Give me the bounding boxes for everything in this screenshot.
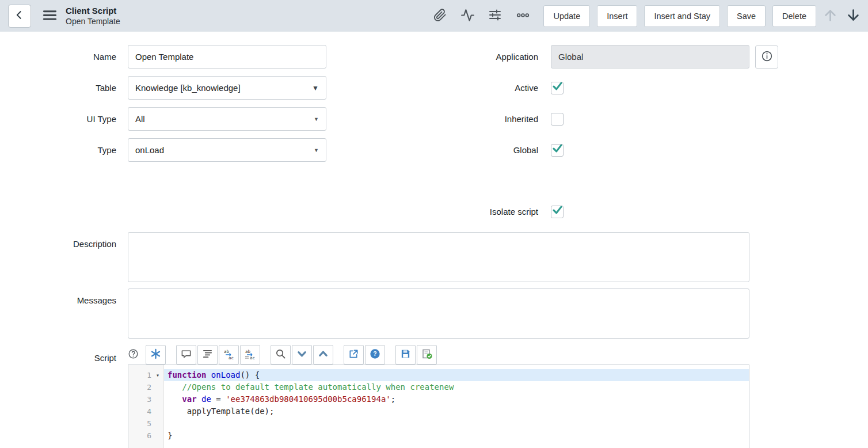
previous-record-button[interactable]	[821, 6, 839, 26]
open-new-window-button[interactable]	[344, 345, 364, 365]
code-text: //Opens to default template automaticall…	[164, 381, 749, 393]
replace-all-icon: abac	[245, 348, 256, 362]
description-label: Description	[0, 232, 116, 282]
line-number: 1	[128, 369, 151, 381]
code-line[interactable]: 4 applyTemplate(de);	[128, 405, 749, 417]
line-number: 2	[128, 381, 151, 393]
update-button[interactable]: Update	[543, 5, 590, 27]
syntax-editor-icon	[150, 348, 161, 361]
svg-text:?: ?	[373, 351, 376, 357]
global-checkbox[interactable]	[551, 144, 564, 157]
ui-type-select-value: All	[135, 114, 145, 124]
active-label: Active	[326, 83, 538, 93]
attachments-button[interactable]	[430, 6, 450, 26]
messages-textarea[interactable]	[128, 288, 749, 339]
global-row: Global	[326, 138, 778, 162]
code-line[interactable]: 6}	[128, 430, 749, 442]
chevron-up-button[interactable]	[313, 345, 333, 365]
save-button[interactable]	[395, 345, 416, 365]
activity-pulse-icon	[460, 8, 475, 24]
fold-spacer	[151, 430, 164, 442]
up-arrow-icon	[823, 7, 838, 25]
save-button[interactable]: Save	[727, 5, 766, 27]
type-select[interactable]: onLoad ▼	[128, 138, 326, 162]
line-number: 5	[128, 417, 151, 430]
name-input[interactable]	[128, 45, 326, 69]
personalize-form-button[interactable]	[485, 6, 505, 26]
code-text: function onLoad() {	[164, 369, 749, 381]
code-lines: 1▾function onLoad() {2 //Opens to defaul…	[128, 365, 749, 442]
application-field: Global	[551, 45, 749, 69]
fold-spacer	[151, 405, 164, 417]
global-label: Global	[326, 145, 538, 155]
table-row: Table Knowledge [kb_knowledge] ▼	[0, 76, 326, 100]
script-toolbar-groups: abacabac?	[146, 345, 437, 365]
paperclip-icon	[433, 9, 447, 24]
svg-text:ab: ab	[224, 349, 230, 354]
ui-type-select[interactable]: All ▼	[128, 107, 326, 131]
code-line[interactable]: 3 var de = 'ee374863db980410695d00b5ca96…	[128, 393, 749, 405]
name-row: Name	[0, 45, 326, 69]
code-line[interactable]: 2 //Opens to default template automatica…	[128, 381, 749, 393]
code-editor[interactable]: 1▾function onLoad() {2 //Opens to defaul…	[128, 365, 749, 448]
chevron-down-icon: ▼	[312, 84, 319, 92]
table-select-value: Knowledge [kb_knowledge]	[135, 83, 241, 93]
down-arrow-icon	[846, 7, 861, 25]
toolbar-group	[271, 345, 333, 365]
inherited-row: Inherited	[326, 107, 778, 131]
name-label: Name	[0, 52, 116, 62]
more-options-icon	[516, 8, 530, 24]
help-button[interactable]: ?	[365, 345, 385, 365]
application-info-button[interactable]	[755, 45, 778, 69]
form-columns: Name Table Knowledge [kb_knowledge] ▼ UI…	[0, 45, 868, 231]
record-name-subtitle: Open Template	[66, 16, 120, 26]
code-line[interactable]: 5	[128, 417, 749, 430]
format-code-button[interactable]	[197, 345, 218, 365]
table-select[interactable]: Knowledge [kb_knowledge] ▼	[128, 76, 326, 100]
code-text	[164, 417, 749, 430]
toolbar-group	[395, 345, 437, 365]
open-new-window-icon	[348, 348, 359, 361]
type-select-value: onLoad	[135, 145, 164, 155]
type-row: Type onLoad ▼	[0, 138, 326, 162]
next-record-button[interactable]	[844, 6, 862, 26]
insert-button[interactable]: Insert	[597, 5, 637, 27]
code-text: applyTemplate(de);	[164, 405, 749, 417]
replace-icon: abac	[223, 348, 235, 362]
fold-marker-icon[interactable]: ▾	[151, 369, 164, 381]
format-code-icon	[202, 348, 213, 361]
svg-text:ab: ab	[245, 349, 251, 354]
field-help-button[interactable]	[128, 348, 139, 362]
chevron-down-icon: ▼	[314, 147, 319, 153]
description-textarea[interactable]	[128, 232, 749, 282]
replace-all-button[interactable]: abac	[240, 345, 260, 365]
more-options-button[interactable]	[513, 6, 532, 26]
insert-and-stay-button[interactable]: Insert and Stay	[644, 5, 720, 27]
chevron-down-icon	[296, 348, 307, 361]
search-button[interactable]	[271, 345, 291, 365]
header-title-block: Client Script Open Template	[66, 5, 120, 27]
active-checkbox[interactable]	[551, 82, 564, 94]
comment-icon	[181, 348, 192, 361]
syntax-editor-button[interactable]	[146, 345, 166, 365]
isolate-script-label: Isolate script	[326, 207, 538, 217]
isolate-script-row: Isolate script	[326, 200, 778, 223]
back-button[interactable]	[8, 5, 31, 28]
script-check-icon	[421, 348, 433, 362]
script-check-button[interactable]	[417, 345, 437, 365]
chevron-down-button[interactable]	[292, 345, 312, 365]
chevron-up-icon	[318, 348, 329, 361]
save-icon	[400, 348, 411, 361]
help-icon: ?	[370, 348, 380, 361]
replace-button[interactable]: abac	[219, 345, 239, 365]
back-chevron-icon	[14, 9, 25, 22]
delete-button[interactable]: Delete	[772, 5, 816, 27]
inherited-checkbox[interactable]	[551, 113, 564, 126]
isolate-script-checkbox[interactable]	[551, 206, 564, 218]
messages-row: Messages	[0, 288, 868, 339]
code-line[interactable]: 1▾function onLoad() {	[128, 369, 749, 381]
activity-stream-button[interactable]	[458, 6, 477, 26]
form-context-menu-button[interactable]	[39, 6, 60, 26]
application-label: Application	[326, 52, 538, 62]
comment-button[interactable]	[176, 345, 196, 365]
